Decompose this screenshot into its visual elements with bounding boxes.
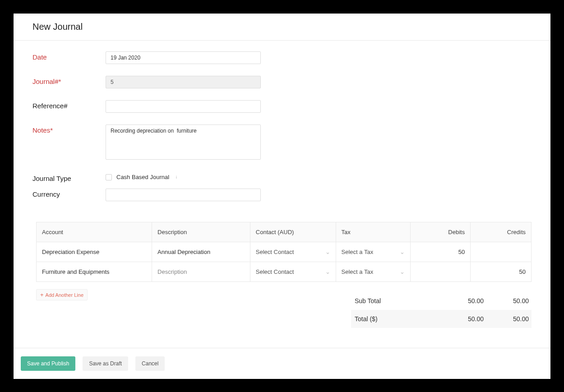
tax-placeholder: Select a Tax bbox=[342, 268, 374, 275]
subtotal-credits: 50.00 bbox=[484, 297, 529, 304]
cell-debits[interactable] bbox=[411, 262, 471, 282]
description-placeholder: Description bbox=[157, 268, 187, 275]
col-account: Account bbox=[37, 222, 152, 242]
col-contact: Contact (AUD) bbox=[250, 222, 336, 242]
col-tax: Tax bbox=[336, 222, 411, 242]
contact-placeholder: Select Contact bbox=[256, 249, 294, 255]
chevron-down-icon: ⌄ bbox=[400, 249, 405, 255]
contact-placeholder: Select Contact bbox=[256, 268, 294, 275]
date-input[interactable] bbox=[106, 51, 261, 64]
currency-label: Currency bbox=[32, 189, 106, 198]
tax-placeholder: Select a Tax bbox=[342, 249, 374, 255]
save-and-publish-button[interactable]: Save and Publish bbox=[21, 356, 75, 371]
date-label: Date bbox=[32, 51, 106, 61]
cell-credits[interactable]: 50 bbox=[471, 262, 532, 282]
totals-panel: Sub Total 50.00 50.00 Total ($) 50.00 50… bbox=[351, 292, 532, 328]
cell-credits[interactable] bbox=[471, 242, 532, 262]
subtotal-debits: 50.00 bbox=[439, 297, 484, 304]
journal-lines-table: Account Description Contact (AUD) Tax De… bbox=[36, 222, 532, 282]
cash-based-checkbox[interactable] bbox=[106, 174, 112, 180]
add-another-line-button[interactable]: + Add Another Line bbox=[36, 289, 88, 300]
cancel-button[interactable]: Cancel bbox=[135, 356, 165, 371]
add-line-label: Add Another Line bbox=[46, 292, 83, 298]
cell-contact[interactable]: Select Contact ⌄ bbox=[250, 262, 336, 282]
reference-label: Reference# bbox=[32, 100, 106, 110]
cell-tax[interactable]: Select a Tax ⌄ bbox=[336, 242, 411, 262]
total-debits: 50.00 bbox=[439, 315, 484, 323]
currency-input[interactable] bbox=[106, 189, 261, 201]
page-header: New Journal bbox=[14, 14, 550, 41]
journal-number-label: Journal#* bbox=[32, 76, 106, 85]
notes-textarea[interactable]: Recording depreciation on furniture bbox=[106, 125, 261, 160]
col-credits: Credits bbox=[471, 222, 532, 242]
subtotal-label: Sub Total bbox=[355, 297, 439, 304]
table-row: Furniture and Equipments Description Sel… bbox=[37, 262, 532, 282]
footer-actions: Save and Publish Save as Draft Cancel bbox=[14, 348, 550, 379]
total-credits: 50.00 bbox=[484, 315, 529, 323]
cell-tax[interactable]: Select a Tax ⌄ bbox=[336, 262, 411, 282]
reference-input[interactable] bbox=[106, 100, 261, 113]
col-description: Description bbox=[152, 222, 250, 242]
cash-based-label: Cash Based Journal bbox=[116, 174, 169, 180]
form-area: Date Journal#* 5 Reference# Notes* Recor… bbox=[14, 41, 550, 217]
chevron-down-icon: ⌄ bbox=[325, 268, 330, 275]
cell-description[interactable]: Description bbox=[152, 262, 250, 282]
table-row: Depreciation Expense Annual Depreciation… bbox=[37, 242, 532, 262]
chevron-down-icon: ⌄ bbox=[325, 249, 330, 255]
notes-label: Notes* bbox=[32, 125, 106, 134]
total-label: Total ($) bbox=[355, 315, 439, 323]
info-icon[interactable]: i bbox=[174, 175, 179, 180]
col-debits: Debits bbox=[411, 222, 471, 242]
chevron-down-icon: ⌄ bbox=[400, 268, 405, 275]
page-title: New Journal bbox=[32, 22, 532, 32]
plus-icon: + bbox=[40, 292, 44, 298]
journal-type-label: Journal Type bbox=[32, 173, 106, 182]
cell-debits[interactable]: 50 bbox=[411, 242, 471, 262]
cell-description[interactable]: Annual Depreciation bbox=[152, 242, 250, 262]
cell-account[interactable]: Depreciation Expense bbox=[37, 242, 152, 262]
save-as-draft-button[interactable]: Save as Draft bbox=[83, 356, 128, 371]
cell-contact[interactable]: Select Contact ⌄ bbox=[250, 242, 336, 262]
journal-number-input[interactable]: 5 bbox=[106, 76, 261, 88]
cell-account[interactable]: Furniture and Equipments bbox=[37, 262, 152, 282]
